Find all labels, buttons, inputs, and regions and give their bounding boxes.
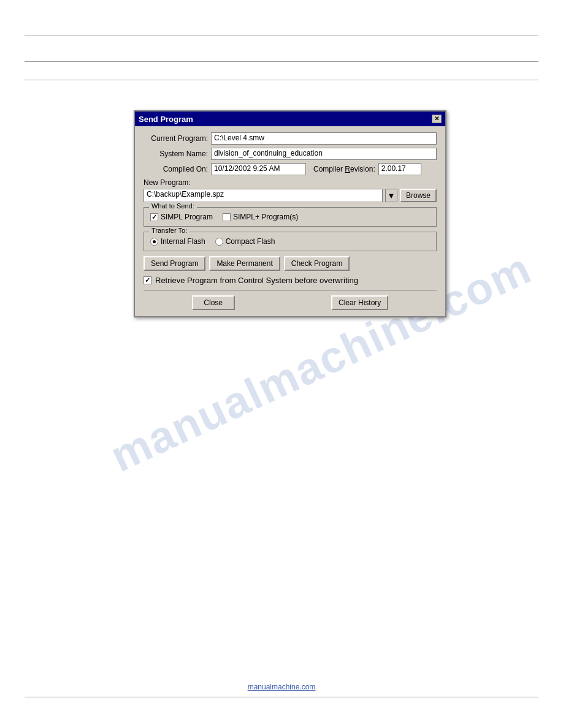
dialog-title: Send Program xyxy=(139,115,193,124)
what-to-send-content: ✓ SIMPL Program SIMPL+ Program(s) xyxy=(150,213,430,221)
dialog-separator xyxy=(144,290,437,290)
action-buttons-row: Send Program Make Permanent Check Progra… xyxy=(144,256,437,271)
new-program-row: C:\backup\Example.spz ▼ Browse xyxy=(144,189,437,202)
compiled-on-value: 10/12/2002 9:25 AM xyxy=(211,163,306,175)
transfer-to-content: Internal Flash Compact Flash xyxy=(150,237,430,246)
browse-button[interactable]: Browse xyxy=(400,189,437,202)
retrieve-checkbox[interactable]: ✓ xyxy=(144,276,151,284)
simpl-program-checkbox[interactable]: ✓ xyxy=(150,213,158,221)
simpl-program-checkbox-item[interactable]: ✓ SIMPL Program xyxy=(150,213,213,221)
system-name-row: System Name: division_of_continuing_educ… xyxy=(144,148,437,160)
current-program-row: Current Program: C:\Level 4.smw xyxy=(144,132,437,145)
compiler-revision-value: 2.00.17 xyxy=(378,163,421,175)
hr-third xyxy=(25,80,538,80)
compiled-on-label: Compiled On: xyxy=(144,165,208,173)
bottom-buttons-row: Close Clear History xyxy=(144,295,437,310)
hr-second xyxy=(25,61,538,62)
dialog-close-button[interactable]: ✕ xyxy=(432,115,442,123)
new-program-dropdown[interactable]: ▼ xyxy=(385,189,397,202)
check-program-button[interactable]: Check Program xyxy=(284,256,350,271)
compiler-revision-label: Compiler Revision: xyxy=(313,165,375,173)
what-to-send-group: What to Send: ✓ SIMPL Program SIMPL+ Pro… xyxy=(144,207,437,227)
new-program-label: New Program: xyxy=(144,178,437,187)
hr-top xyxy=(25,36,538,36)
dialog-titlebar: Send Program ✕ xyxy=(135,112,445,126)
new-program-input[interactable]: C:\backup\Example.spz xyxy=(144,189,383,202)
retrieve-label: Retrieve Program from Control System bef… xyxy=(155,276,358,285)
current-program-label: Current Program: xyxy=(144,134,208,143)
simpl-plus-checkbox-item[interactable]: SIMPL+ Program(s) xyxy=(223,213,298,221)
compact-flash-radio-item[interactable]: Compact Flash xyxy=(215,237,275,246)
what-to-send-legend: What to Send: xyxy=(149,202,197,210)
simpl-program-label: SIMPL Program xyxy=(161,213,213,221)
compact-flash-label: Compact Flash xyxy=(226,237,275,246)
system-name-label: System Name: xyxy=(144,150,208,158)
dropdown-arrow-icon: ▼ xyxy=(388,191,396,200)
internal-flash-radio-item[interactable]: Internal Flash xyxy=(150,237,205,246)
page-container: manualmachine.com manualmachine.com Send… xyxy=(0,0,563,728)
transfer-to-legend: Transfer To: xyxy=(149,227,190,234)
make-permanent-button[interactable]: Make Permanent xyxy=(209,256,280,271)
compact-flash-radio[interactable] xyxy=(215,238,223,246)
close-button[interactable]: Close xyxy=(192,295,235,310)
simpl-plus-checkbox[interactable] xyxy=(223,213,231,221)
radio-dot xyxy=(153,240,156,243)
internal-flash-label: Internal Flash xyxy=(161,237,205,246)
send-program-dialog: Send Program ✕ Current Program: C:\Level… xyxy=(134,110,446,317)
dialog-body: Current Program: C:\Level 4.smw System N… xyxy=(135,126,445,316)
system-name-value: division_of_continuing_education xyxy=(211,148,437,160)
clear-history-button[interactable]: Clear History xyxy=(331,295,388,310)
simpl-plus-label: SIMPL+ Program(s) xyxy=(233,213,298,221)
retrieve-row: ✓ Retrieve Program from Control System b… xyxy=(144,276,437,285)
compiled-row: Compiled On: 10/12/2002 9:25 AM Compiler… xyxy=(144,163,437,175)
hr-bottom xyxy=(25,697,538,697)
current-program-value: C:\Level 4.smw xyxy=(211,132,437,145)
transfer-to-group: Transfer To: Internal Flash Compact Flas… xyxy=(144,232,437,251)
internal-flash-radio[interactable] xyxy=(150,238,158,246)
footer-link[interactable]: manualmachine.com xyxy=(248,683,316,691)
send-program-button[interactable]: Send Program xyxy=(144,256,205,271)
